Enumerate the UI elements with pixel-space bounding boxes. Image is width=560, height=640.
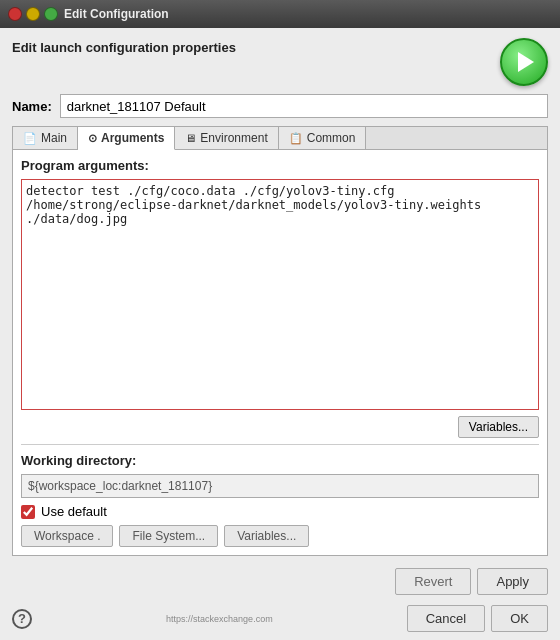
ok-button[interactable]: OK bbox=[491, 605, 548, 632]
tab-arguments-label: Arguments bbox=[101, 131, 164, 145]
name-label: Name: bbox=[12, 99, 52, 114]
program-args-label: Program arguments: bbox=[21, 158, 539, 173]
window-title: Edit Configuration bbox=[64, 7, 169, 21]
maximize-window-button[interactable] bbox=[44, 7, 58, 21]
environment-tab-icon: 🖥 bbox=[185, 132, 196, 144]
wd-variables-button[interactable]: Variables... bbox=[224, 525, 309, 547]
tab-common[interactable]: 📋 Common bbox=[279, 127, 367, 149]
name-input[interactable] bbox=[60, 94, 548, 118]
tab-common-label: Common bbox=[307, 131, 356, 145]
title-bar: Edit Configuration bbox=[0, 0, 560, 28]
arguments-tab-icon: ⊙ bbox=[88, 132, 97, 145]
program-args-input[interactable]: detector test ./cfg/coco.data ./cfg/yolo… bbox=[21, 179, 539, 410]
revert-button[interactable]: Revert bbox=[395, 568, 471, 595]
use-default-label: Use default bbox=[41, 504, 107, 519]
working-dir-label: Working directory: bbox=[21, 453, 539, 468]
working-dir-input[interactable] bbox=[21, 474, 539, 498]
common-tab-icon: 📋 bbox=[289, 132, 303, 145]
tab-environment-label: Environment bbox=[200, 131, 267, 145]
dialog-title: Edit launch configuration properties bbox=[12, 38, 236, 55]
args-variables-button[interactable]: Variables... bbox=[458, 416, 539, 438]
help-button[interactable]: ? bbox=[12, 609, 32, 629]
tab-environment[interactable]: 🖥 Environment bbox=[175, 127, 278, 149]
apply-button[interactable]: Apply bbox=[477, 568, 548, 595]
workspace-button[interactable]: Workspace . bbox=[21, 525, 113, 547]
play-icon bbox=[518, 52, 534, 72]
use-default-checkbox[interactable] bbox=[21, 505, 35, 519]
tab-bar: 📄 Main ⊙ Arguments 🖥 Environment 📋 Commo… bbox=[13, 127, 547, 150]
file-system-button[interactable]: File System... bbox=[119, 525, 218, 547]
cancel-button[interactable]: Cancel bbox=[407, 605, 485, 632]
tab-main[interactable]: 📄 Main bbox=[13, 127, 78, 149]
main-tab-icon: 📄 bbox=[23, 132, 37, 145]
close-window-button[interactable] bbox=[8, 7, 22, 21]
minimize-window-button[interactable] bbox=[26, 7, 40, 21]
run-button[interactable] bbox=[500, 38, 548, 86]
tab-arguments[interactable]: ⊙ Arguments bbox=[78, 127, 175, 150]
tab-main-label: Main bbox=[41, 131, 67, 145]
url-bar: https://stackexchange.com bbox=[166, 614, 273, 624]
